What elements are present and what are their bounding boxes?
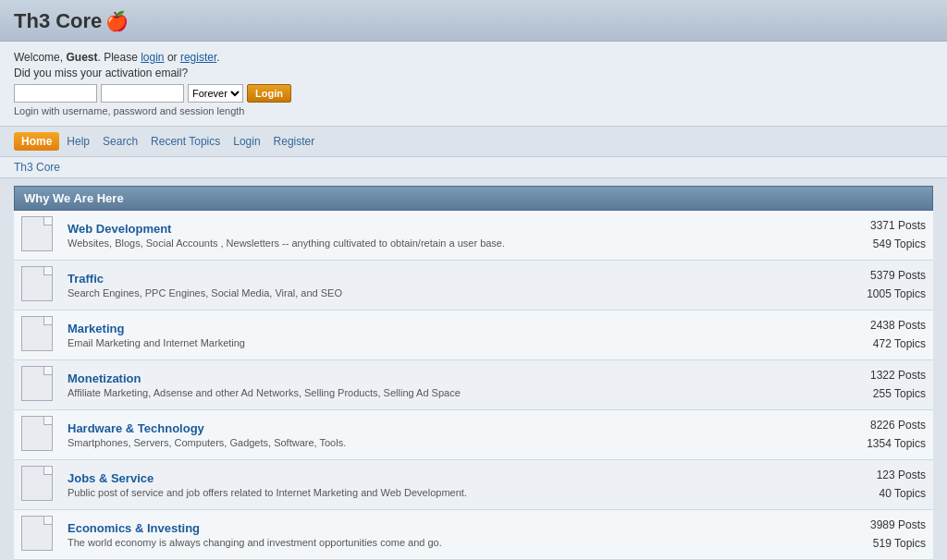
login-form: Forever Login (14, 84, 933, 103)
section-header: Why We Are Here (14, 186, 933, 211)
forum-stats: 2438 Posts472 Topics (830, 317, 926, 352)
forum-icon (21, 316, 53, 351)
forum-desc: Search Engines, PPC Engines, Social Medi… (68, 287, 815, 298)
forum-title-link[interactable]: Web Development (68, 222, 171, 236)
navbar: HomeHelpSearchRecent TopicsLoginRegister (0, 127, 947, 157)
site-title: Th3 Core 🍎 (14, 9, 933, 33)
forum-desc: Public post of service and job offers re… (68, 487, 815, 498)
forum-title-link[interactable]: Economics & Investing (68, 521, 200, 535)
forum-title-link[interactable]: Traffic (68, 272, 104, 286)
forum-icon (21, 266, 53, 301)
password-input[interactable] (101, 84, 184, 103)
apple-icon: 🍎 (105, 10, 129, 32)
login-link[interactable]: login (141, 51, 164, 64)
table-row: Hardware & Technology Smartphones, Serve… (14, 410, 933, 460)
forum-icon-cell (14, 211, 60, 261)
forum-desc: The world economy is always changing and… (68, 537, 815, 548)
forum-table: Web Development Websites, Blogs, Social … (14, 211, 933, 560)
forum-stats: 1322 Posts255 Topics (830, 367, 926, 402)
forum-desc: Email Marketing and Internet Marketing (68, 337, 815, 348)
nav-item-search[interactable]: Search (97, 132, 143, 151)
forum-icon-cell (14, 310, 60, 360)
forum-stats: 8226 Posts1354 Topics (830, 417, 926, 452)
forum-icon (21, 366, 53, 401)
login-button[interactable]: Login (247, 84, 291, 103)
table-row: Economics & Investing The world economy … (14, 510, 933, 560)
forum-icon-cell (14, 510, 60, 560)
forum-icon-cell (14, 360, 60, 410)
forum-title-link[interactable]: Marketing (68, 322, 124, 335)
forum-title-link[interactable]: Hardware & Technology (68, 421, 204, 435)
table-row: Marketing Email Marketing and Internet M… (14, 310, 933, 360)
forum-stats: 123 Posts40 Topics (830, 467, 926, 502)
please-label: . Please (97, 51, 141, 64)
forum-stats: 3989 Posts519 Topics (830, 517, 926, 552)
site-name-text: Th3 Core (14, 9, 102, 33)
forum-icon-cell (14, 410, 60, 460)
nav-item-login[interactable]: Login (228, 132, 265, 151)
forum-icon (21, 416, 53, 451)
welcome-text: Welcome, Guest. Please login or register… (14, 51, 933, 64)
forum-stats: 3371 Posts549 Topics (830, 217, 926, 252)
forum-name-cell: Marketing Email Marketing and Internet M… (60, 310, 822, 360)
table-row: Web Development Websites, Blogs, Social … (14, 211, 933, 261)
register-link[interactable]: register (180, 51, 216, 64)
forum-desc: Smartphones, Servers, Computers, Gadgets… (68, 437, 815, 448)
forum-name-cell: Economics & Investing The world economy … (60, 510, 822, 560)
main-content: Why We Are Here Web Development Websites… (0, 178, 947, 560)
username-input[interactable] (14, 84, 97, 103)
nav-item-home[interactable]: Home (14, 132, 59, 151)
table-row: Monetization Affiliate Marketing, Adsens… (14, 360, 933, 410)
forum-stats-cell: 123 Posts40 Topics (822, 460, 933, 510)
forum-name-cell: Traffic Search Engines, PPC Engines, Soc… (60, 261, 822, 310)
nav-item-recent-topics[interactable]: Recent Topics (145, 132, 226, 151)
session-hint: Login with username, password and sessio… (14, 105, 933, 116)
welcome-label: Welcome, (14, 51, 66, 64)
or-label: or (165, 51, 180, 64)
guest-label: Guest (66, 51, 97, 64)
forum-desc: Websites, Blogs, Social Accounts , Newsl… (68, 237, 815, 249)
login-area: Welcome, Guest. Please login or register… (0, 42, 947, 127)
session-select[interactable]: Forever (188, 84, 243, 103)
forum-stats-cell: 1322 Posts255 Topics (822, 360, 933, 410)
forum-stats-cell: 3989 Posts519 Topics (822, 510, 933, 560)
forum-stats-cell: 5379 Posts1005 Topics (822, 261, 933, 310)
breadcrumb: Th3 Core (0, 157, 947, 178)
site-header: Th3 Core 🍎 (0, 0, 947, 42)
period: . (216, 51, 219, 64)
forum-icon-cell (14, 261, 60, 310)
forum-name-cell: Monetization Affiliate Marketing, Adsens… (60, 360, 822, 410)
forum-desc: Affiliate Marketing, Adsense and other A… (68, 387, 815, 398)
table-row: Jobs & Service Public post of service an… (14, 460, 933, 510)
forum-icon (21, 516, 53, 551)
forum-title-link[interactable]: Jobs & Service (68, 471, 154, 485)
nav-item-help[interactable]: Help (61, 132, 95, 151)
table-row: Traffic Search Engines, PPC Engines, Soc… (14, 261, 933, 310)
forum-name-cell: Hardware & Technology Smartphones, Serve… (60, 410, 822, 460)
forum-name-cell: Web Development Websites, Blogs, Social … (60, 211, 822, 261)
forum-stats: 5379 Posts1005 Topics (830, 267, 926, 302)
forum-icon-cell (14, 460, 60, 510)
forum-stats-cell: 8226 Posts1354 Topics (822, 410, 933, 460)
forum-title-link[interactable]: Monetization (68, 371, 141, 385)
forum-icon (21, 466, 53, 501)
forum-name-cell: Jobs & Service Public post of service an… (60, 460, 822, 510)
nav-item-register[interactable]: Register (268, 132, 321, 151)
forum-stats-cell: 3371 Posts549 Topics (822, 211, 933, 261)
forum-stats-cell: 2438 Posts472 Topics (822, 310, 933, 360)
activation-text: Did you miss your activation email? (14, 67, 933, 79)
forum-icon (21, 216, 53, 251)
